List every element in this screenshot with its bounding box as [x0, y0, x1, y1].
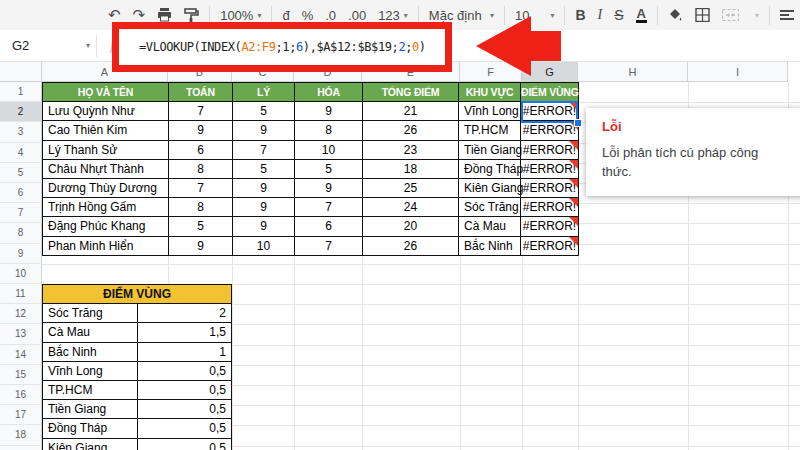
- data-cell[interactable]: Trịnh Hồng Gấm: [43, 198, 169, 217]
- row-header-7[interactable]: 7: [0, 203, 42, 223]
- row-header-4[interactable]: 4: [0, 143, 42, 163]
- row-header-16[interactable]: 16: [0, 385, 42, 405]
- column-header-H[interactable]: H: [578, 62, 688, 82]
- data-cell[interactable]: 25: [363, 178, 459, 197]
- data-cell[interactable]: 9: [295, 102, 363, 121]
- error-cell[interactable]: #ERROR!: [521, 121, 579, 140]
- data-cell[interactable]: 6: [169, 140, 233, 159]
- data-cell[interactable]: 7: [233, 140, 295, 159]
- table-header-cell[interactable]: KHU VỰC: [459, 83, 521, 102]
- data-cell[interactable]: Kiên Giang: [459, 178, 521, 197]
- error-cell[interactable]: #ERROR!: [521, 178, 579, 197]
- row-header-11[interactable]: 11: [0, 284, 42, 304]
- data-cell[interactable]: Lý Thanh Sử: [43, 140, 169, 159]
- row-header-14[interactable]: 14: [0, 345, 42, 365]
- data-cell[interactable]: 5: [233, 102, 295, 121]
- row-header-12[interactable]: 12: [0, 304, 42, 324]
- row-header-1[interactable]: 1: [0, 82, 42, 102]
- table-header-cell[interactable]: HÓA: [295, 83, 363, 102]
- data-cell[interactable]: 18: [363, 159, 459, 178]
- row-header-9[interactable]: 9: [0, 244, 42, 264]
- lookup-value-cell[interactable]: 2: [137, 304, 232, 323]
- data-cell[interactable]: Cao Thiên Kim: [43, 121, 169, 140]
- lookup-value-cell[interactable]: 0,5: [137, 400, 232, 419]
- data-cell[interactable]: Lưu Quỳnh Như: [43, 102, 169, 121]
- data-cell[interactable]: 9: [233, 198, 295, 217]
- data-cell[interactable]: 5: [295, 159, 363, 178]
- table-header-cell[interactable]: TỔNG ĐIỂM: [363, 83, 459, 102]
- data-cell[interactable]: Sóc Trăng: [459, 198, 521, 217]
- row-header-10[interactable]: 10: [0, 264, 42, 284]
- data-cell[interactable]: 7: [169, 178, 233, 197]
- horizontal-align-icon[interactable]: [774, 3, 800, 27]
- text-color-button[interactable]: A: [630, 3, 653, 27]
- lookup-region-cell[interactable]: Sóc Trăng: [43, 304, 138, 323]
- lookup-region-cell[interactable]: Kiên Giang: [43, 438, 138, 450]
- row-header-19[interactable]: 19: [0, 446, 42, 450]
- data-cell[interactable]: 20: [363, 217, 459, 236]
- row-header-18[interactable]: 18: [0, 425, 42, 445]
- row-header-13[interactable]: 13: [0, 324, 42, 344]
- data-cell[interactable]: Dương Thùy Dương: [43, 178, 169, 197]
- data-cell[interactable]: 21: [363, 102, 459, 121]
- error-cell[interactable]: #ERROR!: [521, 140, 579, 159]
- data-cell[interactable]: 9: [233, 121, 295, 140]
- data-cell[interactable]: 6: [295, 217, 363, 236]
- strikethrough-button[interactable]: S: [608, 3, 629, 27]
- row-header-3[interactable]: 3: [0, 122, 42, 142]
- data-cell[interactable]: 10: [233, 236, 295, 255]
- data-cell[interactable]: Phan Minh Hiển: [43, 236, 169, 255]
- data-cell[interactable]: Vĩnh Long: [459, 102, 521, 121]
- column-header-I[interactable]: I: [688, 62, 788, 82]
- data-cell[interactable]: 7: [169, 102, 233, 121]
- data-cell[interactable]: 8: [169, 159, 233, 178]
- data-cell[interactable]: Tiền Giang: [459, 140, 521, 159]
- data-cell[interactable]: 9: [233, 178, 295, 197]
- table-header-cell[interactable]: LÝ: [233, 83, 295, 102]
- row-header-8[interactable]: 8: [0, 223, 42, 243]
- data-cell[interactable]: 9: [233, 217, 295, 236]
- borders-icon[interactable]: [689, 3, 716, 27]
- error-cell[interactable]: #ERROR!: [521, 236, 579, 255]
- data-cell[interactable]: 5: [233, 159, 295, 178]
- lookup-region-cell[interactable]: Bắc Ninh: [43, 342, 138, 361]
- bold-button[interactable]: B: [569, 3, 591, 27]
- lookup-region-cell[interactable]: Vĩnh Long: [43, 361, 138, 380]
- data-cell[interactable]: 26: [363, 236, 459, 255]
- data-cell[interactable]: Cà Mau: [459, 217, 521, 236]
- lookup-value-cell[interactable]: 0,5: [137, 438, 232, 450]
- data-cell[interactable]: 26: [363, 121, 459, 140]
- row-header-6[interactable]: 6: [0, 183, 42, 203]
- lookup-value-cell[interactable]: 0,5: [137, 419, 232, 438]
- data-cell[interactable]: 9: [169, 236, 233, 255]
- lookup-region-cell[interactable]: Cà Mau: [43, 323, 138, 342]
- data-cell[interactable]: Đặng Phúc Khang: [43, 217, 169, 236]
- row-header-2[interactable]: 2: [0, 102, 42, 122]
- table-header-cell[interactable]: TOÁN: [169, 83, 233, 102]
- data-cell[interactable]: 8: [295, 121, 363, 140]
- row-header-15[interactable]: 15: [0, 365, 42, 385]
- data-cell[interactable]: 9: [169, 121, 233, 140]
- error-cell[interactable]: #ERROR!: [521, 159, 579, 178]
- data-cell[interactable]: 23: [363, 140, 459, 159]
- lookup-region-cell[interactable]: TP.HCM: [43, 380, 138, 399]
- italic-button[interactable]: I: [592, 3, 609, 27]
- merge-options-caret[interactable]: ▾: [745, 3, 765, 27]
- data-cell[interactable]: Đồng Tháp: [459, 159, 521, 178]
- lookup-region-cell[interactable]: Tiền Giang: [43, 400, 138, 419]
- error-cell[interactable]: #ERROR!: [521, 198, 579, 217]
- data-cell[interactable]: 7: [295, 236, 363, 255]
- lookup-value-cell[interactable]: 0,5: [137, 361, 232, 380]
- data-cell[interactable]: Châu Nhựt Thành: [43, 159, 169, 178]
- data-cell[interactable]: Bắc Ninh: [459, 236, 521, 255]
- lookup-region-cell[interactable]: Đồng Tháp: [43, 419, 138, 438]
- lookup-value-cell[interactable]: 1,5: [137, 323, 232, 342]
- lookup-value-cell[interactable]: 1: [137, 342, 232, 361]
- table-header-cell[interactable]: HỌ VÀ TÊN: [43, 83, 169, 102]
- row-header-17[interactable]: 17: [0, 405, 42, 425]
- data-cell[interactable]: 8: [169, 198, 233, 217]
- lookup-value-cell[interactable]: 0,5: [137, 380, 232, 399]
- data-cell[interactable]: 9: [295, 178, 363, 197]
- lookup-title-cell[interactable]: ĐIỂM VÙNG: [43, 285, 232, 304]
- merge-cells-icon[interactable]: [716, 3, 745, 27]
